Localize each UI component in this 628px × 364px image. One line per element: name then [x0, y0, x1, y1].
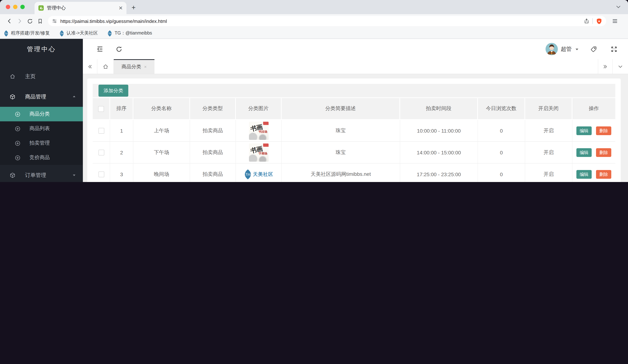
close-window-button[interactable] [6, 5, 10, 9]
delete-button[interactable]: 删除 [596, 126, 611, 135]
divider [592, 18, 593, 24]
sidebar-item-1[interactable]: 商品管理 [0, 86, 83, 107]
page-tabbar: 商品分类 × [83, 59, 628, 74]
sidebar-nav: 主页 商品管理 商品分类 商品列表 拍卖管理 竞价商品 订单管理 文章管理 [0, 66, 83, 182]
content-area: 添加分类 排序分类名称分类类型分类图片分类简要描述拍卖时间段今日浏览次数开启关闭… [83, 74, 628, 182]
main-area: 超管 商品分类 × [83, 39, 628, 182]
edit-button[interactable]: 编辑 [576, 126, 592, 135]
cube-icon [9, 172, 16, 178]
tab-active-label: 商品分类 [122, 64, 141, 70]
table-header-row: 排序分类名称分类类型分类图片分类简要描述拍卖时间段今日浏览次数开启关闭操作 [93, 98, 615, 120]
refresh-page-icon[interactable] [113, 43, 125, 55]
caret-down-icon [72, 173, 76, 177]
card-toolbar: 添加分类 [93, 84, 615, 97]
sidebar: 管理中心 主页 商品管理 商品分类 商品列表 拍卖管理 竞价商品 订单管理 [0, 39, 83, 182]
tm-diamond-icon [244, 169, 252, 180]
window-controls [6, 5, 25, 9]
user-caret-icon [575, 47, 579, 51]
bookmark-item-1[interactable]: 认准->天美社区 [59, 30, 98, 37]
tab-active[interactable]: 商品分类 × [114, 59, 155, 74]
zoom-window-button[interactable] [20, 5, 25, 9]
image-badge [263, 143, 268, 146]
tabs-menu-icon[interactable] [612, 59, 628, 74]
minimize-window-button[interactable] [13, 5, 17, 9]
sidebar-item-0[interactable]: 主页 [0, 66, 83, 86]
tm-diamond-icon [4, 30, 9, 37]
category-logo: 天美社区 [236, 169, 281, 180]
column-header: 排序 [110, 98, 133, 120]
category-image: 书画字画场 [249, 143, 268, 161]
forward-icon[interactable] [14, 16, 25, 26]
tab-close-icon[interactable]: ✕ [119, 5, 123, 10]
category-table: 排序分类名称分类类型分类图片分类简要描述拍卖时间段今日浏览次数开启关闭操作 1 … [93, 98, 615, 182]
category-image: 书画书法场 [249, 122, 268, 140]
back-icon[interactable] [4, 16, 14, 26]
browser-menu-icon[interactable] [610, 16, 620, 26]
url-text[interactable]: https://paimai.timibbs.vip/guessme/main/… [60, 18, 581, 24]
tag-icon[interactable] [587, 43, 600, 55]
collapse-sidebar-icon[interactable] [94, 43, 106, 55]
fullscreen-icon[interactable] [608, 43, 620, 55]
sidebar-item-4[interactable]: 拍卖管理 [0, 136, 83, 150]
plus-icon [14, 126, 21, 132]
column-header: 操作 [572, 98, 615, 120]
share-icon[interactable] [584, 18, 589, 24]
plus-icon [14, 154, 21, 161]
tm-diamond-icon [107, 30, 112, 37]
table-row: 2 下午场 拍卖商品 书画字画场 珠宝 14:00:00 - 15:00:00 … [93, 142, 615, 163]
address-bar[interactable]: https://paimai.timibbs.vip/guessme/main/… [48, 16, 606, 26]
browser-window: 管理中心 ✕ + https://paimai.timibbs.vip/gues… [0, 0, 628, 182]
sidebar-item-3[interactable]: 商品列表 [0, 121, 83, 136]
reload-icon[interactable] [25, 16, 35, 26]
row-checkbox[interactable] [98, 171, 104, 177]
brave-shields-icon[interactable] [596, 18, 603, 24]
home-icon [9, 73, 16, 79]
tab-search-icon[interactable] [615, 4, 622, 10]
site-favicon [38, 5, 44, 11]
edit-button[interactable]: 编辑 [576, 148, 592, 157]
desktop: 管理中心 ✕ + https://paimai.timibbs.vip/gues… [0, 0, 628, 182]
home-tab-icon[interactable] [97, 59, 114, 74]
column-header: 分类简要描述 [282, 98, 400, 120]
admin-header: 超管 [83, 39, 628, 59]
column-header: 分类类型 [190, 98, 236, 120]
delete-button[interactable]: 删除 [596, 148, 611, 157]
table-body: 1 上午场 拍卖商品 书画书法场 珠宝 10:00:00 - 11:00:00 … [93, 120, 615, 182]
avatar [546, 43, 558, 55]
sidebar-item-2[interactable]: 商品分类 [0, 107, 83, 121]
browser-toolbar: https://paimai.timibbs.vip/guessme/main/… [0, 14, 628, 28]
browser-tab-title: 管理中心 [47, 5, 116, 11]
table-row: 1 上午场 拍卖商品 书画书法场 珠宝 10:00:00 - 11:00:00 … [93, 120, 615, 142]
sidebar-item-5[interactable]: 竞价商品 [0, 150, 83, 165]
admin-app: 管理中心 主页 商品管理 商品分类 商品列表 拍卖管理 竞价商品 订单管理 [0, 39, 628, 182]
site-settings-icon[interactable] [52, 18, 57, 24]
column-header: 开启关闭 [525, 98, 572, 120]
delete-button[interactable]: 删除 [596, 170, 611, 179]
username: 超管 [561, 46, 572, 53]
column-header: 今日浏览次数 [478, 98, 525, 120]
caret-up-icon [72, 94, 76, 99]
new-tab-button[interactable]: + [132, 4, 136, 12]
plus-icon [14, 111, 21, 117]
plus-icon [14, 140, 21, 146]
tab-close-icon[interactable]: × [144, 64, 147, 69]
add-category-button[interactable]: 添加分类 [98, 85, 128, 97]
sidebar-item-6[interactable]: 订单管理 [0, 165, 83, 182]
tabs-scroll-left-icon[interactable] [83, 59, 97, 74]
tabs-more-icon[interactable] [598, 59, 612, 74]
browser-tab[interactable]: 管理中心 ✕ [35, 2, 127, 14]
bookmark-icon[interactable] [35, 16, 45, 26]
edit-button[interactable]: 编辑 [576, 170, 592, 179]
select-all-checkbox[interactable] [98, 106, 104, 112]
bookmarks-bar: 程序搭建/开发/修复 认准->天美社区 TG：@tianmeibbs [0, 28, 628, 39]
tm-diamond-icon [59, 30, 64, 37]
row-checkbox[interactable] [98, 128, 104, 134]
sidebar-title: 管理中心 [0, 39, 83, 59]
column-header: 拍卖时间段 [400, 98, 478, 120]
bookmark-item-2[interactable]: TG：@tianmeibbs [107, 30, 152, 37]
user-menu[interactable]: 超管 [546, 43, 579, 55]
table-row: 3 晚间场 拍卖商品 天美社区 天美社区源码网timibbs.net 17:25… [93, 163, 615, 182]
bookmark-item-0[interactable]: 程序搭建/开发/修复 [4, 30, 50, 37]
image-badge [263, 122, 268, 125]
row-checkbox[interactable] [98, 150, 104, 155]
